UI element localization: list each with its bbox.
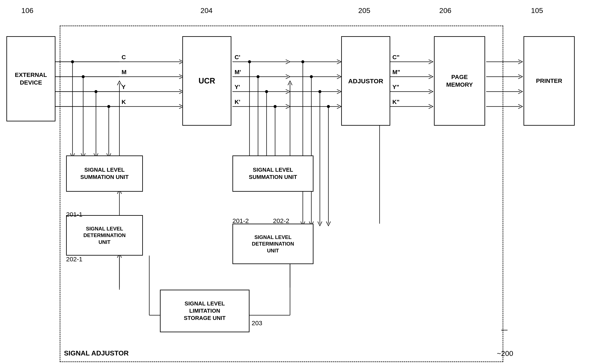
ref-200: ~200 bbox=[497, 349, 513, 358]
sls-unit-1-box: SIGNAL LEVEL SUMMATION UNIT bbox=[66, 156, 143, 192]
signal-adjustor-label: SIGNAL ADJUSTOR bbox=[64, 349, 129, 357]
ref-105: 105 bbox=[531, 6, 543, 15]
ref-106: 106 bbox=[21, 6, 33, 15]
external-device-box: EXTERNAL DEVICE bbox=[6, 36, 55, 121]
ref-202-2: 202-2 bbox=[273, 217, 289, 224]
ref-203: 203 bbox=[252, 320, 262, 327]
ref-206: 206 bbox=[439, 6, 451, 15]
slls-box: SIGNAL LEVEL LIMITATION STORAGE UNIT bbox=[160, 290, 249, 332]
sls-unit-2-box: SIGNAL LEVEL SUMMATION UNIT bbox=[232, 156, 314, 192]
ref-202-1: 202-1 bbox=[66, 256, 82, 263]
ref-205: 205 bbox=[358, 6, 370, 15]
ref-204: 204 bbox=[200, 6, 213, 15]
printer-box: PRINTER bbox=[523, 36, 575, 126]
adjustor-box: ADJUSTOR bbox=[341, 36, 390, 126]
ref-201-1: 201-1 bbox=[66, 211, 82, 218]
page-memory-box: PAGE MEMORY bbox=[434, 36, 485, 126]
ucr-box: UCR bbox=[182, 36, 231, 126]
sld-unit-2-box: SIGNAL LEVEL DETERMINATION UNIT bbox=[232, 224, 314, 264]
sld-unit-1-box: SIGNAL LEVEL DETERMINATION UNIT bbox=[66, 215, 143, 256]
ref-201-2: 201-2 bbox=[232, 217, 249, 224]
